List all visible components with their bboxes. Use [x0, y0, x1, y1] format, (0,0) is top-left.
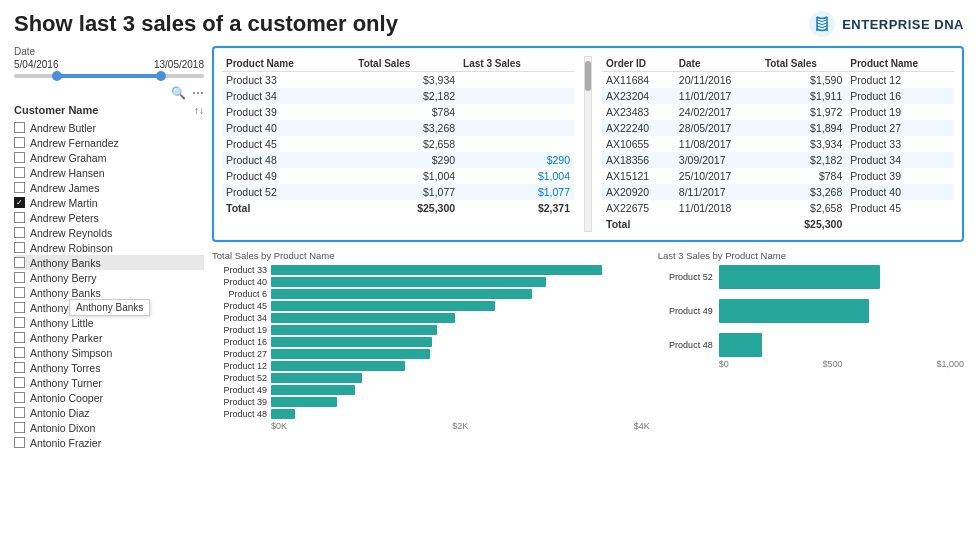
list-item[interactable]: Anthony Little — [14, 315, 204, 330]
bar-fill — [271, 397, 337, 407]
list-item[interactable]: Antonio Frazier — [14, 435, 204, 450]
bar-label: Product 6 — [212, 289, 267, 299]
bar-row: Product 27 — [212, 349, 650, 359]
bar-label: Product 27 — [212, 349, 267, 359]
bar-fill — [271, 277, 546, 287]
list-item[interactable]: Anthony BanksAnthony Banks — [14, 285, 204, 300]
table-row: Product 34$2,182 — [222, 88, 574, 104]
bar-label: Product 12 — [212, 361, 267, 371]
list-item[interactable]: Anthony Torres — [14, 360, 204, 375]
table-cell: AX18356 — [602, 152, 675, 168]
bar-row: Product 19 — [212, 325, 650, 335]
list-item[interactable]: Anthony Parker — [14, 330, 204, 345]
settings-icon[interactable]: ⋯ — [192, 86, 204, 100]
checkbox[interactable] — [14, 227, 25, 238]
date-slider[interactable] — [14, 74, 204, 78]
checkbox[interactable] — [14, 407, 25, 418]
bar-row: Product 52 — [212, 373, 650, 383]
left-chart: Total Sales by Product Name Product 33Pr… — [212, 250, 650, 431]
list-item[interactable]: Andrew Robinson — [14, 240, 204, 255]
table-cell: Product 39 — [222, 104, 354, 120]
table-cell: $2,658 — [354, 136, 459, 152]
checkbox[interactable] — [14, 197, 25, 208]
table-row: Product 33$3,934 — [222, 72, 574, 89]
list-item[interactable]: Andrew James — [14, 180, 204, 195]
table-cell: Product 12 — [846, 72, 954, 89]
date-end: 13/05/2018 — [154, 59, 204, 70]
checkbox[interactable] — [14, 287, 25, 298]
table-row: Product 39$784 — [222, 104, 574, 120]
customer-name: Andrew Martin — [30, 197, 98, 209]
table-cell: $1,077 — [354, 184, 459, 200]
bar-row: Product 16 — [212, 337, 650, 347]
bar-track — [719, 333, 899, 357]
checkbox[interactable] — [14, 137, 25, 148]
table-row: Product 45$2,658 — [222, 136, 574, 152]
table-cell: $1,911 — [761, 88, 846, 104]
list-item[interactable]: Andrew Butler — [14, 120, 204, 135]
table-cell: $2,182 — [761, 152, 846, 168]
sort-icon[interactable]: ↑↓ — [194, 105, 204, 116]
list-item[interactable]: Andrew Peters — [14, 210, 204, 225]
checkbox[interactable] — [14, 272, 25, 283]
left-table-section: Product NameTotal SalesLast 3 SalesProdu… — [222, 56, 574, 232]
table-cell: $1,004 — [354, 168, 459, 184]
checkbox[interactable] — [14, 437, 25, 448]
checkbox[interactable] — [14, 182, 25, 193]
checkbox[interactable] — [14, 167, 25, 178]
list-item[interactable]: Andrew Graham — [14, 150, 204, 165]
checkbox[interactable] — [14, 332, 25, 343]
column-header: Product Name — [846, 56, 954, 72]
customer-name: Antonio Frazier — [30, 437, 101, 449]
checkbox[interactable] — [14, 242, 25, 253]
column-header: Date — [675, 56, 761, 72]
table-cell: 3/09/2017 — [675, 152, 761, 168]
checkbox[interactable] — [14, 152, 25, 163]
main-page: Show last 3 sales of a customer only ENT… — [0, 0, 978, 545]
column-header: Last 3 Sales — [459, 56, 574, 72]
filter-icons: 🔍 ⋯ — [14, 86, 204, 100]
table-cell: Product 19 — [846, 104, 954, 120]
list-item[interactable]: Andrew Reynolds — [14, 225, 204, 240]
checkbox[interactable] — [14, 347, 25, 358]
checkbox[interactable] — [14, 122, 25, 133]
checkbox[interactable] — [14, 422, 25, 433]
table-cell: $784 — [761, 168, 846, 184]
checkbox[interactable] — [14, 392, 25, 403]
list-item[interactable]: Andrew Fernandez — [14, 135, 204, 150]
list-item[interactable]: Anthony Banks — [14, 255, 204, 270]
customer-name-label: Customer Name — [14, 104, 98, 116]
list-item[interactable]: Andrew Hansen — [14, 165, 204, 180]
list-item[interactable]: Antonio Cooper — [14, 390, 204, 405]
table-row: AX209208/11/2017$3,268Product 40 — [602, 184, 954, 200]
customer-list: Andrew ButlerAndrew FernandezAndrew Grah… — [14, 120, 204, 450]
checkbox[interactable] — [14, 362, 25, 373]
list-item[interactable]: Anthony Turner — [14, 375, 204, 390]
table-cell: AX22675 — [602, 200, 675, 216]
list-item[interactable]: Antonio Diaz — [14, 405, 204, 420]
customer-name: Andrew Fernandez — [30, 137, 119, 149]
right-bar-chart: Product 52Product 49Product 48 — [658, 265, 964, 357]
date-section: Date 5/04/2016 13/05/2018 — [14, 46, 204, 78]
checkbox[interactable] — [14, 302, 25, 313]
bar-fill — [271, 313, 455, 323]
table-row: AX183563/09/2017$2,182Product 34 — [602, 152, 954, 168]
table-row: AX2348324/02/2017$1,972Product 19 — [602, 104, 954, 120]
table-cell: Product 16 — [846, 88, 954, 104]
scroll-bar[interactable] — [584, 56, 592, 232]
customer-name: Andrew Reynolds — [30, 227, 112, 239]
checkbox[interactable] — [14, 212, 25, 223]
checkbox[interactable] — [14, 377, 25, 388]
list-item[interactable]: Anthony Simpson — [14, 345, 204, 360]
table-row: AX1168420/11/2016$1,590Product 12 — [602, 72, 954, 89]
list-item[interactable]: Antonio Dixon — [14, 420, 204, 435]
checkbox[interactable] — [14, 257, 25, 268]
list-item[interactable]: Andrew Martin — [14, 195, 204, 210]
customer-name: Andrew Peters — [30, 212, 99, 224]
right-chart-title: Last 3 Sales by Product Name — [658, 250, 964, 261]
bar-fill — [719, 265, 881, 289]
left-chart-title: Total Sales by Product Name — [212, 250, 650, 261]
list-item[interactable]: Anthony Berry — [14, 270, 204, 285]
search-icon[interactable]: 🔍 — [171, 86, 186, 100]
checkbox[interactable] — [14, 317, 25, 328]
